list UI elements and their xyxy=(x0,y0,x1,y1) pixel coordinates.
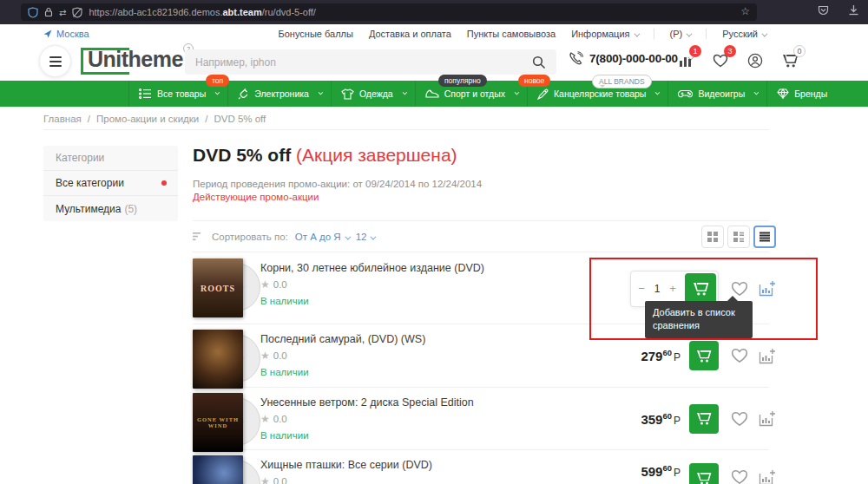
menu-item-brands[interactable]: Бренды xyxy=(766,81,837,107)
quantity-decrease-button[interactable]: − xyxy=(633,275,650,303)
badge-top: топ xyxy=(206,75,229,87)
download-icon[interactable] xyxy=(848,3,859,19)
add-to-compare-button[interactable] xyxy=(759,280,776,297)
cart-icon xyxy=(696,349,712,363)
wishlist-count-badge: 3 xyxy=(724,45,736,57)
promo-status: (Акция завершена) xyxy=(296,145,457,165)
add-to-cart-button[interactable] xyxy=(689,463,719,484)
permissions-icon[interactable]: ⇄ xyxy=(59,8,66,17)
shield-disabled-icon[interactable] xyxy=(72,7,82,18)
compare-add-icon xyxy=(759,348,776,364)
heart-icon xyxy=(731,348,748,363)
search-icon[interactable] xyxy=(522,49,556,75)
chevron-down-icon xyxy=(634,31,640,37)
url-bar[interactable]: ⇄ https://abd-ac1c8219d6.demos.abt.team/… xyxy=(21,3,757,21)
add-to-wishlist-button[interactable] xyxy=(731,281,748,297)
main-menu: Все товары Электроника Одежда Спорт и от… xyxy=(0,81,868,107)
add-to-wishlist-button[interactable] xyxy=(731,348,748,363)
divider xyxy=(654,29,654,39)
phone-selector[interactable]: 7(800)-000-00-00 xyxy=(569,51,692,66)
badge-new: новое xyxy=(518,75,550,87)
add-to-compare-button[interactable] xyxy=(759,410,776,427)
pickup-points-link[interactable]: Пункты самовывоза xyxy=(467,29,556,39)
chevron-down-icon xyxy=(319,90,324,95)
sidebar-item-multimedia[interactable]: Мультимедиа (5) xyxy=(43,196,178,221)
account-icon xyxy=(747,53,763,69)
cart-count-badge: 0 xyxy=(793,45,806,57)
add-to-cart-button[interactable] xyxy=(689,404,719,434)
list-icon xyxy=(139,88,152,99)
product-thumbnail[interactable] xyxy=(193,455,262,484)
currency-selector[interactable]: (Р) xyxy=(670,29,691,39)
delivery-link[interactable]: Доставка и оплата xyxy=(369,29,451,39)
quantity-increase-button[interactable]: + xyxy=(664,275,681,303)
menu-item-clothes[interactable]: Одежда xyxy=(331,81,415,107)
product-cover xyxy=(193,455,243,484)
view-list-button[interactable] xyxy=(753,226,776,248)
site-logo[interactable]: Unitheme 2 xyxy=(81,47,183,72)
chevron-down-icon xyxy=(515,90,520,95)
account-button[interactable] xyxy=(745,49,766,72)
information-menu[interactable]: Информация xyxy=(571,29,637,39)
hamburger-menu-button[interactable] xyxy=(39,45,71,77)
view-grid-button[interactable] xyxy=(701,226,724,248)
menu-item-videogames[interactable]: Видеоигры xyxy=(667,81,766,107)
categories-sidebar: Категории Все категории Мультимедиа (5) xyxy=(43,146,178,221)
chevron-down-icon xyxy=(345,233,351,239)
compare-count-badge: 1 xyxy=(689,45,701,57)
tracking-shield-icon[interactable] xyxy=(28,7,38,18)
product-thumbnail[interactable]: ROOTS xyxy=(193,258,262,317)
product-title-link[interactable]: Корни, 30 летнее юбилейное издание (DVD) xyxy=(260,262,484,274)
per-page-dropdown[interactable]: 12 xyxy=(356,232,375,242)
breadcrumb-separator: / xyxy=(205,114,207,124)
product-thumbnail[interactable]: GONE WITH WIND xyxy=(193,393,262,452)
product-rating: ★0.0 xyxy=(260,413,474,425)
product-price: 35960Р xyxy=(641,411,681,427)
product-price: 59960Р xyxy=(641,463,681,479)
add-to-wishlist-button[interactable] xyxy=(731,411,748,427)
breadcrumb-promos[interactable]: Промо-акции и скидки xyxy=(96,114,199,124)
product-price: 27960Р xyxy=(641,348,681,363)
product-rating: ★0.0 xyxy=(260,350,425,362)
menu-item-electronics[interactable]: Электроника xyxy=(227,81,331,107)
lock-icon[interactable] xyxy=(44,7,53,17)
product-thumbnail[interactable] xyxy=(193,330,262,389)
add-to-compare-button[interactable] xyxy=(759,348,776,364)
cart-icon xyxy=(693,281,709,297)
product-title-link[interactable]: Хищные пташки: Все серии (DVD) xyxy=(260,459,432,471)
browser-chrome: ⇄ https://abd-ac1c8219d6.demos.abt.team/… xyxy=(0,0,868,24)
sneaker-icon xyxy=(425,88,439,99)
language-selector[interactable]: Русский xyxy=(722,29,766,39)
chevron-down-icon xyxy=(655,90,661,95)
product-title-link[interactable]: Последний самурай, (DVD) (WS) xyxy=(260,333,425,345)
add-to-cart-button[interactable] xyxy=(689,341,719,370)
sidebar-item-all-categories[interactable]: Все категории xyxy=(43,171,178,196)
active-promos-link[interactable]: Действующие промо-акции xyxy=(193,192,319,202)
add-to-compare-button[interactable] xyxy=(759,469,776,484)
bonus-points-link[interactable]: Бонусные баллы xyxy=(279,29,353,39)
search-input[interactable] xyxy=(185,56,522,69)
promo-period: Период проведения промо-акции: от 09/24/… xyxy=(193,179,482,189)
product-title-link[interactable]: Унесенные ветром: 2 диска Special Editio… xyxy=(260,396,474,409)
bookmark-star-icon[interactable]: ☆ xyxy=(740,5,750,17)
compare-button[interactable]: 1 xyxy=(675,49,696,72)
view-grid-list-button[interactable] xyxy=(727,226,750,248)
page: ⇄ https://abd-ac1c8219d6.demos.abt.team/… xyxy=(0,0,868,484)
add-to-cart-button[interactable] xyxy=(685,273,716,304)
breadcrumb-home[interactable]: Главная xyxy=(43,114,82,124)
tshirt-icon xyxy=(341,88,354,100)
stock-status: В наличии xyxy=(260,367,425,377)
heart-icon xyxy=(731,281,748,297)
pocket-icon[interactable] xyxy=(818,3,829,19)
add-to-wishlist-button[interactable] xyxy=(731,469,748,484)
cart-button[interactable]: 0 xyxy=(779,49,800,72)
product-rating: ★0.0 xyxy=(260,475,432,484)
badge-all-brands: ALL BRANDS xyxy=(592,75,652,88)
diamond-icon xyxy=(777,88,789,99)
cart-icon xyxy=(696,471,712,484)
sort-order-dropdown[interactable]: От А до Я xyxy=(295,232,349,242)
wishlist-button[interactable]: 3 xyxy=(710,49,731,72)
product-cover: ROOTS xyxy=(193,258,243,317)
chevron-down-icon xyxy=(761,31,767,37)
divider xyxy=(706,29,707,39)
